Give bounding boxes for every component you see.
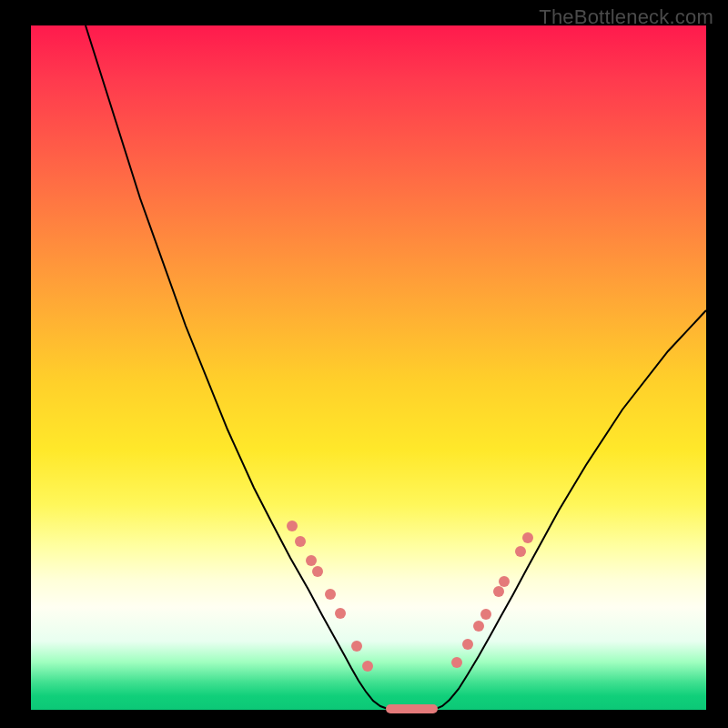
dot-right-0	[451, 657, 462, 668]
dot-left-3	[312, 566, 323, 577]
dot-left-6	[351, 641, 362, 652]
dot-left-5	[335, 608, 346, 619]
dot-right-7	[522, 532, 533, 543]
chart-frame: TheBottleneck.com	[0, 0, 728, 728]
dot-right-1	[462, 639, 473, 650]
dot-right-2	[473, 621, 484, 632]
dot-left-0	[287, 521, 298, 531]
chart-curve-svg	[31, 25, 706, 710]
chart-plot-area	[31, 25, 706, 710]
dot-left-2	[306, 555, 317, 566]
dot-left-1	[295, 536, 306, 547]
dot-right-4	[493, 586, 504, 597]
watermark-text: TheBottleneck.com	[539, 5, 713, 29]
dot-right-3	[480, 609, 491, 620]
dot-left-4	[325, 589, 336, 600]
dot-right-6	[515, 546, 526, 557]
dot-right-5	[499, 576, 510, 587]
dot-left-7	[362, 661, 373, 672]
curve-flat-segment	[386, 704, 438, 713]
bottleneck-curve	[86, 25, 706, 709]
